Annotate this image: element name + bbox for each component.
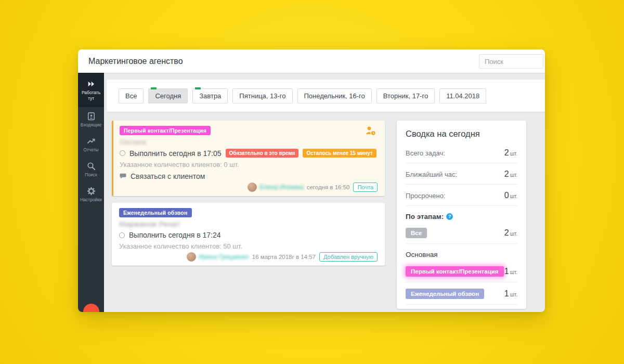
summary-row-overdue: Просрочено: 0шт. xyxy=(406,185,517,206)
summary-row-label: Ближайший час: xyxy=(406,171,457,178)
summary-row-unit: шт. xyxy=(510,151,517,157)
sidebar-item-search[interactable]: Поиск xyxy=(78,157,104,182)
contact-name[interactable]: Оксана xyxy=(120,137,146,146)
summary-row-unit: шт. xyxy=(510,193,517,199)
gear-icon xyxy=(87,187,96,196)
tab-today[interactable]: Сегодня xyxy=(148,88,188,103)
source-badge: Добавлен вручную xyxy=(319,252,378,262)
sidebar-item-settings[interactable]: Настройки xyxy=(78,182,104,207)
active-day-indicator xyxy=(151,87,157,89)
source-badge: Почта xyxy=(353,183,378,192)
comment-icon xyxy=(120,173,126,179)
contact-name[interactable]: Маржанов Ренат xyxy=(119,219,180,228)
summary-row-all-stages: Все 2шт. xyxy=(406,222,517,244)
tab-monday-16[interactable]: Понедельник, 16-го xyxy=(297,88,372,103)
due-text: Выполнить сегодня в 17:24 xyxy=(129,231,221,239)
tab-tomorrow[interactable]: Завтра xyxy=(192,88,228,103)
clients-count: Указанное количество клиентов: 50 шт. xyxy=(119,242,378,250)
tab-label: Завтра xyxy=(199,92,221,100)
stage-chip: Первый контакт/Презентация xyxy=(120,126,211,135)
summary-row-value: 2 xyxy=(504,228,509,237)
summary-row-value: 0 xyxy=(504,191,509,200)
trending-up-icon xyxy=(87,137,96,146)
sidebar-item-label: Настройки xyxy=(80,197,102,202)
task-status-icon xyxy=(119,232,125,238)
task-status-icon xyxy=(120,150,125,156)
clients-count: Указанное количество клиентов: 0 шт. xyxy=(120,161,378,168)
active-day-indicator xyxy=(195,87,201,89)
stages-heading-label: По этапам: xyxy=(406,213,444,220)
summary-row-value: 1 xyxy=(504,289,509,298)
stages-heading: По этапам: ? xyxy=(406,206,517,222)
sidebar-item-reports[interactable]: Отчеты xyxy=(78,132,104,157)
sidebar-item-inbox[interactable]: Входящие xyxy=(78,107,104,132)
summary-row-next-hour: Ближайший час: 2шт. xyxy=(406,163,517,185)
task-card[interactable]: Первый контакт/Презентация Оксана xyxy=(112,121,385,196)
summary-row-label: Всего задач: xyxy=(406,149,445,157)
tab-label: Все xyxy=(125,92,137,100)
summary-row-unit: шт. xyxy=(510,269,517,275)
today-summary-panel: Сводка на сегодня Всего задач: 2шт. Ближ… xyxy=(397,121,526,309)
app-header: Маркетинговое агенство xyxy=(78,49,545,73)
due-text: Выполнить сегодня в 17:05 xyxy=(129,149,222,158)
task-list: Первый контакт/Презентация Оксана xyxy=(112,121,385,272)
stage-chip: Еженедельный обзвон xyxy=(119,208,192,217)
sidebar-item-label: Входящие xyxy=(81,122,101,127)
tab-tuesday-17[interactable]: Вторник, 17-го xyxy=(376,88,435,103)
stage-filter-chip[interactable]: Первый контакт/Презентация xyxy=(406,266,504,277)
notification-fab[interactable] xyxy=(83,304,99,312)
summary-row-stage-weekly-call: Еженедельный обзвон 1шт. xyxy=(406,282,517,305)
sidebar: Работать тут Входящие Отчеты xyxy=(78,73,104,312)
day-filter-bar: Все Сегодня Завтра Пятница, 13-го Понеде… xyxy=(107,80,545,112)
search-input[interactable] xyxy=(479,54,543,69)
summary-title: Сводка на сегодня xyxy=(406,129,517,139)
summary-row-total: Всего задач: 2шт. xyxy=(406,142,517,163)
sidebar-item-label: Работать тут xyxy=(82,90,100,101)
required-time-badge: Обязательно в это время xyxy=(226,149,299,158)
sidebar-item-worknow[interactable]: Работать тут xyxy=(78,73,104,107)
summary-row-unit: шт. xyxy=(510,231,517,237)
author-name[interactable]: Ирина Грицаенко xyxy=(199,253,249,261)
app-window: Маркетинговое агенство Работать тут Вход… xyxy=(78,49,545,312)
task-card[interactable]: Еженедельный обзвон Маржанов Ренат Выпол… xyxy=(112,203,385,266)
timestamp: сегодня в 16:50 xyxy=(307,184,350,190)
summary-row-label: Просрочено: xyxy=(406,192,446,200)
tab-friday-13[interactable]: Пятница, 13-го xyxy=(232,88,292,103)
help-icon[interactable]: ? xyxy=(446,213,453,220)
pipeline-group-label: Основная xyxy=(406,244,517,260)
summary-row-value: 2 xyxy=(504,148,509,157)
stage-filter-chip-all[interactable]: Все xyxy=(406,228,427,238)
summary-row-stage-first-contact: Первый контакт/Презентация 1шт. xyxy=(406,260,517,282)
stage-filter-chip[interactable]: Еженедельный обзвон xyxy=(406,289,484,299)
tab-label: Пятница, 13-го xyxy=(239,92,285,100)
fast-forward-icon xyxy=(87,80,96,88)
summary-row-unit: шт. xyxy=(510,292,517,297)
author-name[interactable]: Елена Игонина xyxy=(259,184,303,191)
summary-row-value: 1 xyxy=(504,267,509,276)
tab-label: Сегодня xyxy=(155,92,181,100)
account-title: Маркетинговое агенство xyxy=(88,57,183,66)
person-clock-icon xyxy=(365,126,376,136)
search-icon xyxy=(87,162,96,171)
avatar xyxy=(187,252,196,262)
avatar xyxy=(248,183,257,192)
tab-all[interactable]: Все xyxy=(119,88,144,103)
sidebar-item-label: Отчеты xyxy=(83,147,98,152)
tab-date-11-04-2018[interactable]: 11.04.2018 xyxy=(439,88,486,103)
sidebar-item-label: Поиск xyxy=(85,172,97,177)
main-area: Все Сегодня Завтра Пятница, 13-го Понеде… xyxy=(104,73,545,312)
timestamp: 16 марта 2018г в 14:57 xyxy=(252,254,316,260)
tab-label: 11.04.2018 xyxy=(446,92,479,100)
summary-row-unit: шт. xyxy=(510,172,517,178)
summary-row-value: 2 xyxy=(504,170,509,178)
time-left-badge: Осталось менее 15 минут xyxy=(303,149,376,158)
inbox-badge-icon xyxy=(87,112,96,121)
tab-label: Понедельник, 16-го xyxy=(304,92,365,100)
tab-label: Вторник, 17-го xyxy=(383,92,428,100)
task-action-text: Связаться с клиентом xyxy=(131,172,205,180)
